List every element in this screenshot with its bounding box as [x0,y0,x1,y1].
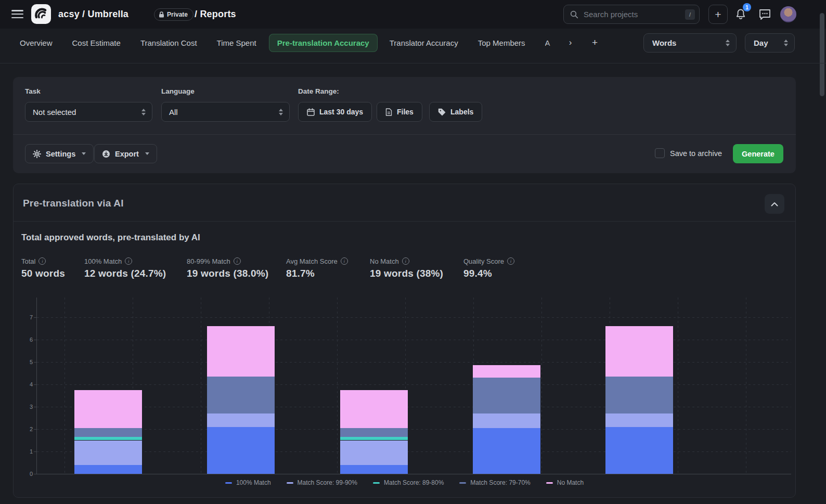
chevron-updown-icon [726,40,730,46]
bar-segment[interactable] [207,427,275,474]
app-logo[interactable] [31,4,51,24]
files-button[interactable]: Files [377,102,422,122]
search-input[interactable] [584,10,685,19]
bar-segment[interactable] [207,377,275,413]
bar-segment[interactable] [473,428,540,474]
settings-button[interactable]: Settings [25,144,94,163]
bar-segment[interactable] [74,428,142,437]
info-icon[interactable] [341,257,348,265]
gear-icon [33,150,41,158]
bar-segment[interactable] [340,428,408,437]
bar-segment[interactable] [74,465,142,474]
legend-label: No Match [557,479,584,486]
tag-icon [438,108,446,116]
save-to-archive-checkbox[interactable] [655,148,665,158]
legend-swatch [287,482,293,484]
info-icon[interactable] [125,257,132,265]
legend-item[interactable]: Match Score: 89-80% [373,479,444,486]
tab-overview[interactable]: Overview [20,38,53,47]
search-box[interactable]: / [563,5,700,24]
labels-button-label: Labels [450,108,473,116]
tab-truncated[interactable]: A [545,38,556,47]
avatar[interactable] [780,6,796,22]
stat-value: 19 words (38.0%) [187,268,268,279]
legend-swatch [546,482,553,484]
y-tick-label: 0 [22,471,33,477]
task-select-value: Not selected [33,108,76,117]
date-range-button[interactable]: Last 30 days [298,102,372,122]
language-select[interactable]: All [161,102,290,122]
menu-icon[interactable] [11,10,23,18]
file-icon [385,108,392,116]
legend-item[interactable]: 100% Match [225,479,271,486]
bar-segment[interactable] [473,365,540,378]
info-icon[interactable] [234,257,241,265]
bar-segment[interactable] [340,437,408,440]
stat-no-match: No Match 19 words (38%) [370,257,443,279]
settings-button-label: Settings [46,150,75,158]
gridline-v [337,298,338,474]
legend-item[interactable]: No Match [546,479,584,486]
stat-label: No Match [370,257,399,265]
calendar-icon [307,108,315,116]
task-select[interactable]: Not selected [25,102,152,122]
top-header: acsy / Umbrella Private / Reports / + 1 [0,0,826,29]
labels-button[interactable]: Labels [429,102,482,122]
y-tick-label: 1 [22,448,33,455]
tab-top-members[interactable]: Top Members [478,38,525,47]
tab-pretranslation-accuracy[interactable]: Pre-translation Accuracy [269,34,378,52]
bar-segment[interactable] [207,326,275,377]
stat-label: Total [21,257,35,265]
filter-panel-divider [13,134,796,135]
bar-segment[interactable] [340,465,408,474]
tab-translator-accuracy[interactable]: Translator Accuracy [390,38,458,47]
gridline-v [746,298,746,474]
chevron-updown-icon [279,109,283,115]
tab-time-spent[interactable]: Time Spent [217,38,256,47]
info-icon[interactable] [38,257,46,265]
bar-segment[interactable] [340,390,408,428]
stat-label: 80-99% Match [187,257,230,265]
search-icon [570,10,578,19]
period-select[interactable]: Day [745,33,795,53]
generate-button[interactable]: Generate [733,144,783,163]
tabs-scroll-right-chevron-icon[interactable]: › [563,35,578,50]
gridline-v [541,298,542,474]
add-report-tab-button[interactable]: + [588,36,602,49]
tab-translation-cost[interactable]: Translation Cost [140,38,197,47]
stat-80-99-match: 80-99% Match 19 words (38.0%) [187,257,268,279]
language-select-value: All [169,108,178,117]
collapse-section-button[interactable] [765,194,784,214]
download-icon [102,150,110,158]
legend-item[interactable]: Match Score: 99-90% [287,479,357,486]
stat-label: Avg Match Score [286,257,338,265]
bar-segment[interactable] [473,413,540,428]
stat-quality-score: Quality Score 99.4% [463,257,514,279]
legend-item[interactable]: Match Score: 79-70% [459,479,530,486]
bar-segment[interactable] [605,413,673,427]
bar-segment[interactable] [605,427,673,474]
bar-segment[interactable] [473,378,540,413]
bar-segment[interactable] [74,441,142,465]
info-icon[interactable] [507,257,514,265]
save-to-archive-label: Save to archive [670,149,722,158]
period-select-value: Day [754,38,768,47]
tab-cost-estimate[interactable]: Cost Estimate [72,38,121,47]
y-tick-label: 3 [22,404,33,410]
bar-segment[interactable] [605,377,673,413]
breadcrumb-project[interactable]: acsy / Umbrella [58,0,128,29]
bar-segment[interactable] [74,390,142,428]
privacy-badge: Private [154,8,193,21]
bar-segment[interactable] [74,437,142,440]
chat-icon[interactable] [758,9,771,20]
bar-segment[interactable] [207,413,275,427]
date-range-value: Last 30 days [319,108,363,116]
unit-select[interactable]: Words [643,33,737,53]
bar-segment[interactable] [605,326,673,377]
export-button[interactable]: Export [94,144,157,163]
y-tick-label: 6 [22,337,33,343]
create-project-button[interactable]: + [708,5,728,24]
bar-segment[interactable] [340,441,408,465]
info-icon[interactable] [402,257,409,265]
stat-value: 81.7% [286,268,348,279]
